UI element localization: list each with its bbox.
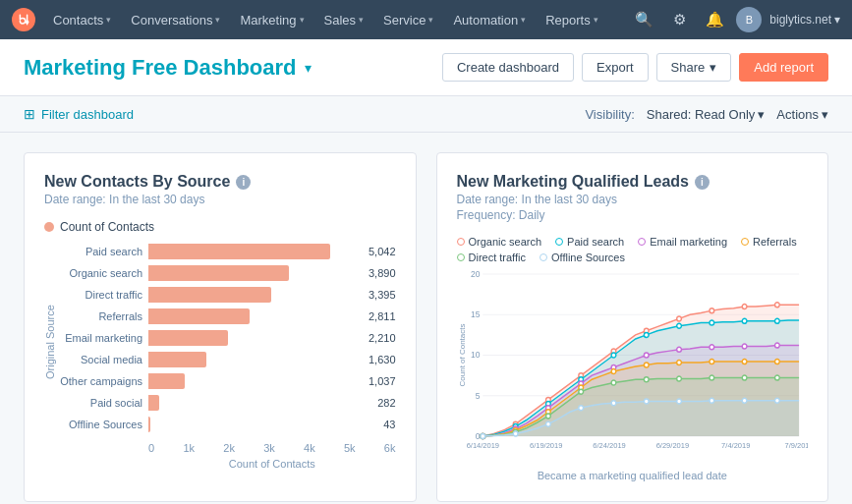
bar-fill xyxy=(148,395,159,411)
nav-reports[interactable]: Reports ▾ xyxy=(536,0,608,39)
legend-dot-icon xyxy=(540,253,547,261)
svg-point-64 xyxy=(676,376,681,381)
legend-dot-icon xyxy=(457,253,465,261)
svg-text:6/19/2019: 6/19/2019 xyxy=(529,441,561,450)
svg-point-32 xyxy=(611,353,616,358)
svg-point-25 xyxy=(709,308,713,313)
export-button[interactable]: Export xyxy=(582,53,649,82)
svg-point-77 xyxy=(774,398,779,403)
bar-track xyxy=(148,265,365,281)
bar-x-tick: 4k xyxy=(304,442,315,454)
svg-point-1 xyxy=(26,21,29,25)
nav-right: 🔍 ⚙ 🔔 B biglytics.net ▾ xyxy=(630,6,840,33)
bar-x-tick: 3k xyxy=(263,442,275,454)
actions-dropdown[interactable]: Actions ▾ xyxy=(776,107,828,122)
svg-point-56 xyxy=(742,360,747,364)
card-right-title: New Marketing Qualified Leads i xyxy=(457,173,809,191)
bar-rows: Paid search 5,042 Organic search 3,890 D… xyxy=(60,244,396,438)
bar-track xyxy=(148,395,373,411)
legend-dot xyxy=(44,222,54,232)
svg-point-55 xyxy=(709,360,713,364)
dashboard-dropdown-icon[interactable]: ▾ xyxy=(305,60,312,76)
add-report-button[interactable]: Add report xyxy=(739,53,828,82)
avatar[interactable]: B xyxy=(736,7,762,32)
bar-x-tick: 0 xyxy=(148,442,154,454)
actions-caret-icon: ▾ xyxy=(822,107,828,122)
bar-label: Organic search xyxy=(60,267,148,279)
bar-row: Other campaigns 1,037 xyxy=(60,373,396,389)
bar-y-axis-label: Original Source xyxy=(44,244,56,440)
bar-fill xyxy=(148,330,228,346)
bar-row: Referrals 2,811 xyxy=(60,308,396,324)
bar-label: Offline Sources xyxy=(60,419,148,430)
bar-x-tick: 6k xyxy=(384,442,396,454)
svg-text:15: 15 xyxy=(471,309,481,319)
new-contacts-card: New Contacts By Source i Date range: In … xyxy=(24,152,417,502)
svg-point-53 xyxy=(644,363,649,367)
svg-point-73 xyxy=(644,399,649,404)
card-right-info-icon[interactable]: i xyxy=(695,175,710,190)
account-name[interactable]: biglytics.net ▾ xyxy=(769,13,840,27)
nav-conversations[interactable]: Conversations ▾ xyxy=(121,0,230,39)
bar-row: Email marketing 2,210 xyxy=(60,330,396,346)
nav-marketing[interactable]: Marketing ▾ xyxy=(230,0,313,39)
svg-point-43 xyxy=(644,353,649,358)
notifications-icon[interactable]: 🔔 xyxy=(701,6,728,33)
card-left-info-icon[interactable]: i xyxy=(236,175,251,190)
svg-point-74 xyxy=(676,399,681,404)
bar-fill xyxy=(148,287,271,303)
bar-label: Referrals xyxy=(60,310,148,322)
card-right-subtitle: Date range: In the last 30 days Frequenc… xyxy=(457,193,809,222)
svg-point-67 xyxy=(774,375,779,380)
reports-caret: ▾ xyxy=(594,15,598,25)
service-caret: ▾ xyxy=(428,15,433,25)
nav-items: Contacts ▾ Conversations ▾ Marketing ▾ S… xyxy=(43,0,630,39)
bar-fill xyxy=(148,308,250,324)
bar-track xyxy=(148,417,379,432)
svg-point-54 xyxy=(676,360,681,364)
bar-x-tick: 1k xyxy=(183,442,195,454)
visibility-caret-icon: ▾ xyxy=(758,107,765,122)
visibility-dropdown[interactable]: Shared: Read Only ▾ xyxy=(647,107,766,122)
svg-point-37 xyxy=(774,318,779,323)
nav-automation[interactable]: Automation ▾ xyxy=(443,0,536,39)
search-icon[interactable]: 🔍 xyxy=(630,6,657,33)
bar-track xyxy=(148,330,365,346)
nav-contacts[interactable]: Contacts ▾ xyxy=(43,0,121,39)
svg-point-68 xyxy=(480,434,484,439)
svg-point-45 xyxy=(709,345,713,350)
settings-icon[interactable]: ⚙ xyxy=(665,6,693,33)
bar-value: 2,811 xyxy=(369,310,396,322)
bar-fill xyxy=(148,244,330,259)
nav-sales[interactable]: Sales ▾ xyxy=(314,0,374,39)
main-content: New Contacts By Source i Date range: In … xyxy=(0,133,852,504)
nav-service[interactable]: Service ▾ xyxy=(373,0,443,39)
bar-row: Paid social 282 xyxy=(60,395,396,411)
svg-point-70 xyxy=(545,421,550,426)
svg-text:7/4/2019: 7/4/2019 xyxy=(721,441,750,450)
create-dashboard-button[interactable]: Create dashboard xyxy=(442,53,574,82)
bar-value: 5,042 xyxy=(369,246,396,257)
share-button[interactable]: Share ▾ xyxy=(656,53,732,82)
line-legend-item: Offline Sources xyxy=(540,252,625,263)
account-caret: ▾ xyxy=(834,13,840,27)
bar-track xyxy=(148,287,365,303)
share-caret-icon: ▾ xyxy=(710,60,716,75)
new-mql-card: New Marketing Qualified Leads i Date ran… xyxy=(436,152,829,502)
line-legend-item: Direct traffic xyxy=(457,252,526,263)
legend-dot-icon xyxy=(741,238,749,246)
line-chart: 051015206/14/20196/19/20196/24/20196/29/… xyxy=(457,269,809,466)
marketing-caret: ▾ xyxy=(300,15,305,25)
bar-x-label: Count of Contacts xyxy=(60,456,396,470)
bar-label: Other campaigns xyxy=(60,375,148,387)
bar-fill xyxy=(148,265,289,281)
filter-bar: ⊞ Filter dashboard Visibility: Shared: R… xyxy=(0,96,852,133)
bar-label: Social media xyxy=(60,354,148,365)
svg-text:6/14/2019: 6/14/2019 xyxy=(466,441,498,450)
filter-dashboard-button[interactable]: ⊞ Filter dashboard xyxy=(24,106,134,122)
bar-label: Paid search xyxy=(60,246,148,257)
bar-row: Organic search 3,890 xyxy=(60,265,396,281)
hubspot-logo[interactable] xyxy=(12,8,35,31)
line-chart-legend: Organic search Paid search Email marketi… xyxy=(457,236,809,263)
bar-x-tick: 5k xyxy=(344,442,356,454)
